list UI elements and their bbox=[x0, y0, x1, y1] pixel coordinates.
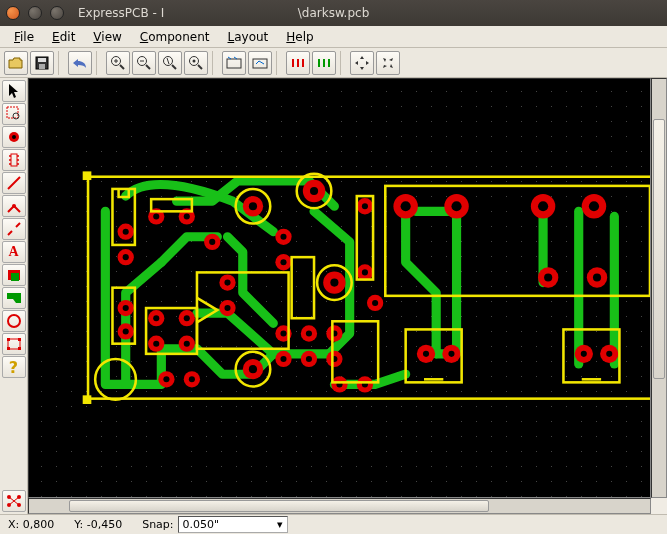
move-arrows-icon bbox=[354, 55, 370, 71]
svg-line-4 bbox=[120, 65, 124, 69]
text-tool[interactable]: A bbox=[2, 241, 26, 263]
zoom-out-button[interactable] bbox=[132, 51, 156, 75]
main-toolbar bbox=[0, 48, 667, 78]
zoom-previous-button[interactable] bbox=[184, 51, 208, 75]
status-bar: X: 0,800 Y: -0,450 Snap: 0.050" ▾ bbox=[0, 514, 667, 534]
link-schematic-button[interactable] bbox=[248, 51, 272, 75]
rect-icon bbox=[6, 268, 22, 282]
svg-point-32 bbox=[9, 159, 11, 161]
svg-line-40 bbox=[16, 223, 20, 227]
info-tool[interactable]: ? bbox=[2, 356, 26, 378]
options-button[interactable] bbox=[222, 51, 246, 75]
svg-point-116 bbox=[362, 269, 368, 275]
svg-rect-45 bbox=[7, 338, 10, 341]
open-button[interactable] bbox=[4, 51, 28, 75]
svg-rect-142 bbox=[84, 397, 90, 403]
pad-tool[interactable] bbox=[2, 126, 26, 148]
svg-point-132 bbox=[544, 273, 552, 281]
circle-tool[interactable] bbox=[2, 310, 26, 332]
zoom-in-button[interactable] bbox=[106, 51, 130, 75]
svg-rect-30 bbox=[11, 154, 17, 166]
svg-point-68 bbox=[153, 315, 159, 321]
menu-component[interactable]: Component bbox=[132, 28, 218, 46]
svg-point-72 bbox=[153, 341, 159, 347]
net-highlight-tool[interactable] bbox=[2, 490, 26, 512]
svg-point-136 bbox=[581, 351, 587, 357]
trace-tool[interactable] bbox=[2, 172, 26, 194]
rectangle-tool[interactable] bbox=[2, 264, 26, 286]
zoom-out-icon bbox=[136, 55, 152, 71]
svg-point-94 bbox=[280, 330, 286, 336]
layers-bottom-button[interactable] bbox=[312, 51, 336, 75]
layer-top-icon bbox=[290, 56, 306, 70]
svg-point-78 bbox=[189, 376, 195, 382]
status-x: X: 0,800 bbox=[8, 518, 54, 531]
svg-rect-47 bbox=[7, 347, 10, 350]
horizontal-scrollbar[interactable] bbox=[28, 498, 651, 514]
svg-point-138 bbox=[606, 351, 612, 357]
vertical-scrollbar[interactable] bbox=[651, 78, 667, 498]
svg-point-118 bbox=[372, 300, 378, 306]
undo-icon bbox=[72, 57, 88, 69]
svg-point-134 bbox=[593, 273, 601, 281]
window-minimize-button[interactable] bbox=[28, 6, 42, 20]
scrollbar-thumb[interactable] bbox=[653, 119, 665, 379]
plane-icon bbox=[6, 292, 22, 304]
svg-point-36 bbox=[17, 163, 19, 165]
svg-point-130 bbox=[589, 201, 599, 211]
layers-top-button[interactable] bbox=[286, 51, 310, 75]
disconnect-tool[interactable] bbox=[2, 218, 26, 240]
menu-file[interactable]: File bbox=[6, 28, 42, 46]
svg-point-62 bbox=[123, 328, 129, 334]
filled-plane-tool[interactable] bbox=[2, 287, 26, 309]
scrollbar-thumb[interactable] bbox=[69, 500, 489, 512]
svg-point-33 bbox=[9, 163, 11, 165]
rotate-button[interactable] bbox=[376, 51, 400, 75]
menu-help[interactable]: Help bbox=[278, 28, 321, 46]
svg-point-86 bbox=[249, 202, 257, 210]
select-tool[interactable] bbox=[2, 80, 26, 102]
svg-point-35 bbox=[17, 159, 19, 161]
svg-point-80 bbox=[209, 239, 215, 245]
svg-rect-16 bbox=[227, 59, 241, 68]
svg-point-56 bbox=[123, 229, 129, 235]
svg-point-66 bbox=[184, 213, 190, 219]
zoom-tool[interactable] bbox=[2, 103, 26, 125]
save-button[interactable] bbox=[30, 51, 54, 75]
svg-rect-1 bbox=[38, 58, 46, 62]
svg-point-98 bbox=[306, 330, 312, 336]
menu-view[interactable]: View bbox=[85, 28, 129, 46]
folder-open-icon bbox=[8, 56, 24, 70]
window-close-button[interactable] bbox=[6, 6, 20, 20]
svg-rect-2 bbox=[39, 64, 45, 69]
snap-dropdown[interactable]: 0.050" ▾ bbox=[178, 516, 288, 533]
rotate-icon bbox=[380, 55, 396, 71]
layer-bottom-icon bbox=[316, 56, 332, 70]
zoom-fit-button[interactable] bbox=[158, 51, 182, 75]
menu-layout[interactable]: Layout bbox=[220, 28, 277, 46]
break-icon bbox=[6, 221, 22, 237]
corner-tool[interactable] bbox=[2, 195, 26, 217]
svg-point-64 bbox=[153, 213, 159, 219]
move-button[interactable] bbox=[350, 51, 374, 75]
svg-point-38 bbox=[12, 204, 16, 208]
svg-line-39 bbox=[8, 231, 12, 235]
pcb-canvas[interactable] bbox=[28, 78, 651, 498]
status-y: Y: -0,450 bbox=[74, 518, 122, 531]
board-outline-tool[interactable] bbox=[2, 333, 26, 355]
snap-value: 0.050" bbox=[183, 518, 220, 531]
svg-point-126 bbox=[448, 351, 454, 357]
window-maximize-button[interactable] bbox=[50, 6, 64, 20]
svg-point-90 bbox=[280, 234, 286, 240]
svg-point-70 bbox=[184, 315, 190, 321]
svg-point-58 bbox=[123, 254, 129, 260]
zoom-prev-icon bbox=[188, 55, 204, 71]
svg-point-82 bbox=[224, 280, 230, 286]
undo-button[interactable] bbox=[68, 51, 92, 75]
menu-edit[interactable]: Edit bbox=[44, 28, 83, 46]
tool-palette: A ? bbox=[0, 78, 28, 514]
svg-line-37 bbox=[8, 177, 20, 189]
svg-line-11 bbox=[172, 65, 176, 69]
component-tool[interactable] bbox=[2, 149, 26, 171]
floppy-icon bbox=[35, 56, 49, 70]
